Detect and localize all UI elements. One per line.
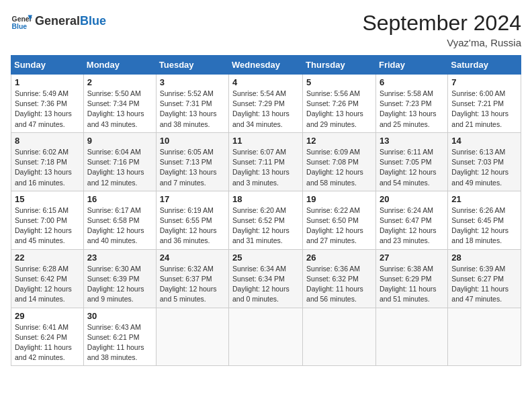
day-24: 24 Sunrise: 6:32 AMSunset: 6:37 PMDaylig…: [156, 249, 228, 308]
header-thursday: Thursday: [303, 56, 376, 75]
empty-cell-4: [375, 308, 447, 366]
day-29: 29 Sunrise: 6:41 AMSunset: 6:24 PMDaylig…: [11, 308, 84, 366]
empty-cell-1: [156, 308, 228, 366]
day-5: 5 Sunrise: 5:56 AMSunset: 7:26 PMDayligh…: [303, 75, 376, 133]
day-19: 19 Sunrise: 6:22 AMSunset: 6:50 PMDaylig…: [303, 191, 376, 249]
header-monday: Monday: [83, 56, 156, 75]
day-16: 16 Sunrise: 6:17 AMSunset: 6:58 PMDaylig…: [83, 191, 156, 249]
day-4: 4 Sunrise: 5:54 AMSunset: 7:29 PMDayligh…: [229, 75, 303, 133]
day-1: 1 Sunrise: 5:49 AMSunset: 7:36 PMDayligh…: [11, 75, 84, 133]
logo: General Blue GeneralBlue: [11, 11, 106, 32]
logo-text: GeneralBlue: [35, 15, 106, 28]
day-10: 10 Sunrise: 6:05 AMSunset: 7:13 PMDaylig…: [156, 132, 228, 191]
day-17: 17 Sunrise: 6:19 AMSunset: 6:55 PMDaylig…: [156, 191, 228, 249]
week-row-2: 8 Sunrise: 6:02 AMSunset: 7:18 PMDayligh…: [11, 132, 521, 191]
week-row-3: 15 Sunrise: 6:15 AMSunset: 7:00 PMDaylig…: [11, 191, 521, 249]
week-row-5: 29 Sunrise: 6:41 AMSunset: 6:24 PMDaylig…: [11, 308, 521, 366]
day-15: 15 Sunrise: 6:15 AMSunset: 7:00 PMDaylig…: [11, 191, 84, 249]
week-row-4: 22 Sunrise: 6:28 AMSunset: 6:42 PMDaylig…: [11, 249, 521, 308]
day-12: 12 Sunrise: 6:09 AMSunset: 7:08 PMDaylig…: [303, 132, 376, 191]
day-27: 27 Sunrise: 6:38 AMSunset: 6:29 PMDaylig…: [375, 249, 447, 308]
week-row-1: 1 Sunrise: 5:49 AMSunset: 7:36 PMDayligh…: [11, 75, 521, 133]
day-8: 8 Sunrise: 6:02 AMSunset: 7:18 PMDayligh…: [11, 132, 84, 191]
header-friday: Friday: [375, 56, 447, 75]
day-20: 20 Sunrise: 6:24 AMSunset: 6:47 PMDaylig…: [375, 191, 447, 249]
weekday-header-row: Sunday Monday Tuesday Wednesday Thursday…: [11, 56, 521, 75]
svg-text:Blue: Blue: [12, 23, 28, 30]
empty-cell-5: [448, 308, 521, 366]
day-11: 11 Sunrise: 6:07 AMSunset: 7:11 PMDaylig…: [229, 132, 303, 191]
day-18: 18 Sunrise: 6:20 AMSunset: 6:52 PMDaylig…: [229, 191, 303, 249]
day-14: 14 Sunrise: 6:13 AMSunset: 7:03 PMDaylig…: [448, 132, 521, 191]
header-wednesday: Wednesday: [229, 56, 303, 75]
empty-cell-3: [303, 308, 376, 366]
page-header: General Blue GeneralBlue September 2024 …: [11, 11, 521, 48]
day-6: 6 Sunrise: 5:58 AMSunset: 7:23 PMDayligh…: [375, 75, 447, 133]
title-block: September 2024 Vyaz'ma, Russia: [362, 11, 521, 48]
day-2: 2 Sunrise: 5:50 AMSunset: 7:34 PMDayligh…: [83, 75, 156, 133]
day-3: 3 Sunrise: 5:52 AMSunset: 7:31 PMDayligh…: [156, 75, 228, 133]
calendar: Sunday Monday Tuesday Wednesday Thursday…: [11, 55, 521, 366]
day-25: 25 Sunrise: 6:34 AMSunset: 6:34 PMDaylig…: [229, 249, 303, 308]
logo-icon: General Blue: [11, 11, 32, 32]
location: Vyaz'ma, Russia: [362, 37, 521, 48]
day-22: 22 Sunrise: 6:28 AMSunset: 6:42 PMDaylig…: [11, 249, 84, 308]
day-21: 21 Sunrise: 6:26 AMSunset: 6:45 PMDaylig…: [448, 191, 521, 249]
day-13: 13 Sunrise: 6:11 AMSunset: 7:05 PMDaylig…: [375, 132, 447, 191]
day-7: 7 Sunrise: 6:00 AMSunset: 7:21 PMDayligh…: [448, 75, 521, 133]
day-26: 26 Sunrise: 6:36 AMSunset: 6:32 PMDaylig…: [303, 249, 376, 308]
header-sunday: Sunday: [11, 56, 84, 75]
day-23: 23 Sunrise: 6:30 AMSunset: 6:39 PMDaylig…: [83, 249, 156, 308]
month-title: September 2024: [362, 11, 521, 36]
day-9: 9 Sunrise: 6:04 AMSunset: 7:16 PMDayligh…: [83, 132, 156, 191]
header-tuesday: Tuesday: [156, 56, 228, 75]
day-28: 28 Sunrise: 6:39 AMSunset: 6:27 PMDaylig…: [448, 249, 521, 308]
empty-cell-2: [229, 308, 303, 366]
day-30: 30 Sunrise: 6:43 AMSunset: 6:21 PMDaylig…: [83, 308, 156, 366]
header-saturday: Saturday: [448, 56, 521, 75]
